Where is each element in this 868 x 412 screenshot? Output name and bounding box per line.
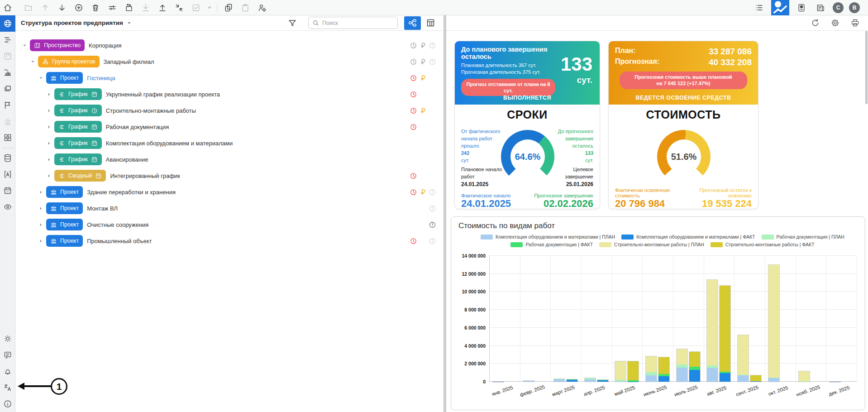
- table-view-toggle[interactable]: [422, 16, 439, 30]
- caret-right-icon[interactable]: [45, 156, 52, 163]
- tree-view-toggle[interactable]: [404, 16, 421, 30]
- vertical-scrollbar[interactable]: [865, 31, 868, 104]
- node-name[interactable]: Монтаж ВЛ: [87, 205, 118, 212]
- tree-row[interactable]: ПроектПромышленный объект: [15, 233, 444, 249]
- tree-row[interactable]: ПроектОчистные сооружения: [15, 216, 444, 233]
- tree-row[interactable]: ГрафикАвансирование: [15, 151, 444, 168]
- caret-right-icon[interactable]: [45, 172, 52, 179]
- caret-right-icon[interactable]: [45, 123, 52, 130]
- caret-right-icon[interactable]: [37, 221, 44, 228]
- upload-icon[interactable]: [156, 1, 169, 14]
- caret-right-icon[interactable]: [37, 205, 44, 212]
- node-name[interactable]: Корпорация: [89, 42, 122, 49]
- arrow-down-icon[interactable]: [55, 1, 69, 14]
- sidebar-flag-icon[interactable]: [0, 97, 15, 113]
- trash-icon[interactable]: [89, 1, 102, 14]
- collapse-icon[interactable]: [172, 1, 186, 14]
- refresh-button[interactable]: [808, 16, 822, 30]
- sliders-icon[interactable]: [105, 1, 119, 14]
- sidebar-chart-wave-icon[interactable]: [0, 64, 15, 81]
- tree-row[interactable]: ПроектМонтаж ВЛ: [15, 200, 444, 216]
- badge-project[interactable]: Проект: [46, 186, 83, 198]
- copy-icon[interactable]: [222, 1, 235, 14]
- sidebar-database-icon[interactable]: [0, 150, 15, 166]
- caret-right-icon[interactable]: [45, 139, 52, 147]
- legend-item[interactable]: Строительно-монтажные работы | ПЛАН: [599, 242, 704, 247]
- user-gear-icon[interactable]: [255, 1, 269, 14]
- tree-row[interactable]: ГрафикРабочая документация: [15, 119, 444, 135]
- gear-button[interactable]: [828, 16, 842, 30]
- badge-schedule[interactable]: График: [54, 88, 102, 100]
- avatar-c[interactable]: C: [833, 2, 844, 13]
- sidebar-translate-icon[interactable]: [0, 379, 15, 396]
- sidebar-globe-icon[interactable]: [0, 15, 15, 32]
- tree-row[interactable]: ПроектГостиница: [15, 70, 444, 86]
- legend-item[interactable]: Рабочая документация | ФАКТ: [510, 242, 593, 247]
- tree-row[interactable]: ГрафикУкрупненный график реализации прое…: [15, 86, 444, 102]
- tree-row[interactable]: ГрафикКомплектация оборудованием и матер…: [15, 135, 444, 151]
- badge-project[interactable]: Проект: [46, 72, 83, 84]
- home-icon[interactable]: [0, 1, 15, 14]
- caret-right-icon[interactable]: [45, 107, 52, 114]
- tree-row[interactable]: ПроектЗдание переработки и хранения: [15, 184, 444, 200]
- badge-project[interactable]: Проект: [46, 235, 83, 247]
- sidebar-info-icon[interactable]: [0, 396, 15, 412]
- badge-schedule[interactable]: График: [54, 137, 102, 149]
- caret-down-icon[interactable]: [21, 42, 28, 49]
- analytics-icon[interactable]: [771, 0, 789, 15]
- caret-down-icon[interactable]: [37, 74, 44, 81]
- legend-item[interactable]: Комплектация оборудованием и материалами…: [621, 234, 755, 240]
- tree-title-dropdown-icon[interactable]: [127, 20, 132, 25]
- sidebar-grid-icon[interactable]: [0, 129, 15, 146]
- search-input[interactable]: [322, 20, 390, 26]
- filter-button[interactable]: [286, 16, 299, 30]
- box-arrows-icon[interactable]: [122, 1, 136, 14]
- badge-project[interactable]: Проект: [46, 219, 83, 230]
- sidebar-brackets-a-icon[interactable]: [0, 166, 15, 182]
- caret-down-icon[interactable]: [29, 58, 36, 65]
- sidebar-bell-icon[interactable]: [0, 363, 15, 379]
- badge-schedule[interactable]: График: [54, 105, 102, 116]
- node-name[interactable]: Промышленный объект: [87, 238, 152, 244]
- node-name[interactable]: Гостиница: [87, 75, 115, 81]
- node-name[interactable]: Авансирование: [106, 156, 148, 163]
- sidebar-gantt-icon[interactable]: [0, 32, 15, 48]
- badge-space[interactable]: Пространство: [30, 39, 85, 51]
- sidebar-folders-icon[interactable]: [0, 81, 15, 97]
- avatar-b[interactable]: B: [849, 2, 860, 13]
- sidebar-brightness-icon[interactable]: [0, 331, 15, 347]
- bar-segment: [646, 356, 657, 372]
- node-name[interactable]: Укрупненный график реализации проекта: [106, 91, 220, 98]
- badge-group[interactable]: Группа проектов: [38, 56, 100, 67]
- node-name[interactable]: Рабочая документация: [106, 124, 169, 130]
- passport-icon[interactable]: [795, 1, 808, 14]
- tree-row[interactable]: ПространствоКорпорация: [15, 37, 444, 53]
- printer-button[interactable]: [848, 16, 862, 30]
- badge-summary[interactable]: Сводный: [54, 170, 106, 182]
- sidebar-calendar-icon[interactable]: [0, 182, 15, 199]
- legend-item[interactable]: Рабочая документация | ПЛАН: [762, 234, 844, 240]
- node-name[interactable]: Строительно-монтажные работы: [106, 107, 196, 114]
- node-name[interactable]: Комплектация оборудованием и материалами: [106, 140, 233, 147]
- caret-right-icon[interactable]: [45, 91, 52, 98]
- caret-right-icon[interactable]: [37, 237, 44, 244]
- plus-circle-icon[interactable]: [72, 1, 86, 14]
- sidebar-comment-icon[interactable]: [0, 347, 15, 363]
- badge-schedule[interactable]: График: [54, 153, 102, 165]
- node-name[interactable]: Очистные сооружения: [87, 221, 148, 228]
- legend-item[interactable]: Строительно-монтажные работы | ФАКТ: [711, 242, 815, 247]
- caret-right-icon[interactable]: [37, 188, 44, 196]
- tree-row[interactable]: Группа проектовЗападный филиал: [15, 53, 444, 70]
- node-name[interactable]: Западный филиал: [104, 58, 154, 65]
- node-name[interactable]: Здание переработки и хранения: [87, 189, 176, 196]
- tree-row[interactable]: ГрафикСтроительно-монтажные работы: [15, 102, 444, 119]
- list-icon[interactable]: [752, 1, 766, 14]
- tree-title[interactable]: Структура проектов предприятия: [21, 19, 123, 26]
- badge-schedule[interactable]: График: [54, 121, 102, 133]
- news-icon[interactable]: [814, 1, 827, 14]
- node-name[interactable]: Интегрированный график: [110, 172, 180, 179]
- badge-project[interactable]: Проект: [46, 202, 83, 214]
- sidebar-eye-icon[interactable]: [0, 199, 15, 215]
- legend-item[interactable]: Комплектация оборудованием и материалами…: [481, 234, 615, 240]
- tree-row[interactable]: СводныйИнтегрированный график: [15, 168, 444, 184]
